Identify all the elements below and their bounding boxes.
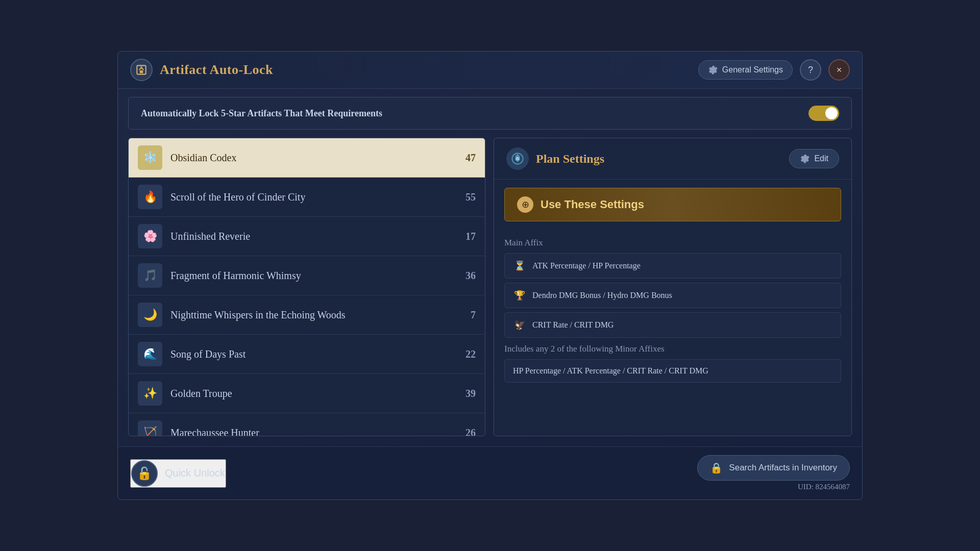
artifact-count: 39 — [455, 388, 476, 399]
main-affix-row: ⏳ ATK Percentage / HP Percentage — [504, 253, 841, 279]
artifact-icon: ❄️ — [138, 145, 162, 170]
use-settings-button[interactable]: ⊕ Use These Settings — [504, 188, 841, 221]
settings-body: Main Affix ⏳ ATK Percentage / HP Percent… — [494, 228, 851, 436]
svg-rect-1 — [140, 70, 143, 73]
artifact-name: Song of Days Past — [170, 348, 455, 360]
auto-lock-toggle[interactable] — [808, 106, 839, 121]
affix-icon: 🦅 — [513, 319, 526, 331]
artifact-name: Golden Troupe — [170, 388, 455, 399]
main-affix-label: Main Affix — [504, 238, 841, 248]
affix-icon: 🏆 — [513, 290, 526, 301]
quick-unlock-button[interactable]: 🔓 Quick Unlock — [130, 459, 226, 488]
quick-unlock-icon: 🔓 — [131, 460, 158, 487]
artifact-count: 7 — [455, 309, 476, 321]
quick-unlock-label: Quick Unlock — [165, 467, 225, 479]
artifact-count: 55 — [455, 191, 476, 203]
affix-icon: ⏳ — [513, 260, 526, 271]
plan-icon — [506, 147, 529, 170]
affix-text: ATK Percentage / HP Percentage — [532, 261, 641, 270]
main-affix-row: 🦅 CRIT Rate / CRIT DMG — [504, 312, 841, 338]
artifact-icon: ✨ — [138, 381, 162, 406]
artifact-count: 17 — [455, 231, 476, 242]
artifact-count: 47 — [455, 152, 476, 164]
artifact-item[interactable]: 🔥 Scroll of the Hero of Cinder City 55 — [129, 178, 485, 217]
plan-panel: Plan Settings Edit ⊕ Use These Settings … — [494, 138, 852, 436]
artifact-name: Unfinished Reverie — [170, 231, 455, 242]
auto-lock-toggle-row: Automatically Lock 5-Star Artifacts That… — [128, 97, 852, 130]
artifact-icon: 🎵 — [138, 263, 162, 288]
artifact-list-panel: ❄️ Obsidian Codex 47 🔥 Scroll of the Her… — [128, 138, 485, 436]
search-icon: 🔒 — [710, 462, 723, 474]
artifact-name: Scroll of the Hero of Cinder City — [170, 191, 455, 203]
artifact-item[interactable]: 🌊 Song of Days Past 22 — [129, 335, 485, 374]
artifact-name: Fragment of Harmonic Whimsy — [170, 270, 455, 282]
search-inventory-label: Search Artifacts in Inventory — [729, 463, 837, 473]
edit-button[interactable]: Edit — [789, 149, 839, 168]
artifact-item[interactable]: 🎵 Fragment of Harmonic Whimsy 36 — [129, 256, 485, 295]
uid-label: UID: 824564087 — [798, 483, 850, 491]
general-settings-label: General Settings — [722, 65, 783, 74]
plan-header: Plan Settings Edit — [494, 138, 851, 180]
artifact-count: 36 — [455, 270, 476, 282]
minor-affix-text: HP Percentage / ATK Percentage / CRIT Ra… — [513, 366, 708, 375]
artifact-icon: 🌊 — [138, 342, 162, 366]
artifact-count: 26 — [455, 427, 476, 436]
header: Artifact Auto-Lock General Settings ? × — [118, 52, 862, 89]
toggle-label: Automatically Lock 5-Star Artifacts That… — [141, 108, 382, 119]
toggle-knob — [825, 107, 838, 119]
close-button[interactable]: × — [828, 59, 850, 81]
plan-title: Plan Settings — [536, 152, 604, 166]
plan-title-row: Plan Settings — [506, 147, 604, 170]
app-title: Artifact Auto-Lock — [160, 62, 698, 78]
minor-affix-row: HP Percentage / ATK Percentage / CRIT Ra… — [504, 359, 841, 383]
svg-point-4 — [516, 157, 520, 161]
artifact-icon: 🌙 — [138, 303, 162, 327]
minor-affix-label: Includes any 2 of the following Minor Af… — [504, 344, 841, 354]
artifact-item[interactable]: ❄️ Obsidian Codex 47 — [129, 138, 485, 178]
artifact-icon: 🏹 — [138, 420, 162, 436]
main-affix-row: 🏆 Dendro DMG Bonus / Hydro DMG Bonus — [504, 283, 841, 308]
general-settings-button[interactable]: General Settings — [698, 60, 793, 80]
app-container: Artifact Auto-Lock General Settings ? × … — [117, 51, 863, 500]
help-button[interactable]: ? — [800, 59, 821, 81]
search-inventory-button[interactable]: 🔒 Search Artifacts in Inventory — [697, 455, 850, 481]
artifact-item[interactable]: 🌙 Nighttime Whispers in the Echoing Wood… — [129, 295, 485, 335]
artifact-name: Nighttime Whispers in the Echoing Woods — [170, 309, 455, 321]
svg-point-2 — [140, 66, 142, 68]
main-content: ❄️ Obsidian Codex 47 🔥 Scroll of the Her… — [118, 138, 862, 446]
artifact-icon: 🌸 — [138, 224, 162, 248]
artifact-name: Marechaussee Hunter — [170, 427, 455, 436]
bottom-bar: 🔓 Quick Unlock 🔒 Search Artifacts in Inv… — [118, 446, 862, 499]
bottom-right: 🔒 Search Artifacts in Inventory UID: 824… — [697, 455, 850, 491]
minor-affixes-list: HP Percentage / ATK Percentage / CRIT Ra… — [504, 359, 841, 383]
artifact-icon: 🔥 — [138, 185, 162, 209]
artifact-item[interactable]: 🌸 Unfinished Reverie 17 — [129, 217, 485, 256]
affix-text: CRIT Rate / CRIT DMG — [532, 320, 614, 330]
main-affixes-list: ⏳ ATK Percentage / HP Percentage 🏆 Dendr… — [504, 253, 841, 338]
use-settings-label: Use These Settings — [541, 198, 644, 211]
artifact-name: Obsidian Codex — [170, 152, 455, 164]
use-settings-icon: ⊕ — [517, 196, 533, 213]
app-icon — [130, 59, 153, 81]
header-actions: General Settings ? × — [698, 59, 850, 81]
artifact-item[interactable]: 🏹 Marechaussee Hunter 26 — [129, 413, 485, 436]
edit-label: Edit — [814, 154, 828, 163]
artifact-count: 22 — [455, 348, 476, 360]
artifact-list: ❄️ Obsidian Codex 47 🔥 Scroll of the Her… — [129, 138, 485, 436]
artifact-item[interactable]: ✨ Golden Troupe 39 — [129, 374, 485, 413]
affix-text: Dendro DMG Bonus / Hydro DMG Bonus — [532, 291, 672, 300]
